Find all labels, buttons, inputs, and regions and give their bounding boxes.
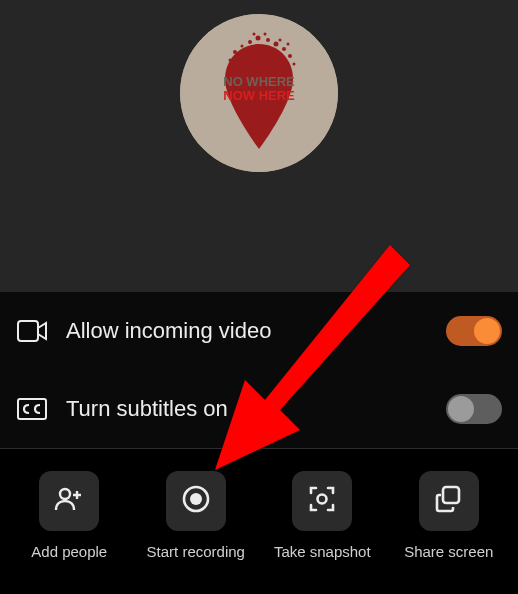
start-recording-label: Start recording	[147, 543, 245, 560]
svg-point-7	[241, 45, 244, 48]
svg-point-5	[282, 47, 286, 51]
action-share-screen: Share screen	[386, 471, 513, 560]
closed-captions-icon	[16, 398, 48, 420]
svg-rect-21	[443, 487, 459, 503]
svg-point-6	[288, 54, 292, 58]
svg-point-2	[256, 36, 261, 41]
svg-point-10	[279, 39, 282, 42]
setting-incoming-video: Allow incoming video	[12, 292, 506, 370]
svg-point-4	[274, 42, 279, 47]
toggle-subtitles[interactable]	[446, 394, 502, 424]
svg-rect-16	[18, 399, 46, 419]
action-take-snapshot: Take snapshot	[259, 471, 386, 560]
avatar-text-bottom: NOW HERE	[223, 88, 295, 103]
settings-panel: Allow incoming video Turn subtitles on	[0, 292, 518, 448]
share-screen-icon	[433, 483, 465, 519]
action-start-recording: Start recording	[133, 471, 260, 560]
setting-label-video: Allow incoming video	[66, 318, 428, 344]
action-add-people: Add people	[6, 471, 133, 560]
svg-point-9	[229, 59, 232, 62]
svg-point-12	[293, 63, 296, 66]
avatar: NO WHERE NOW HERE	[180, 14, 338, 172]
video-preview-area: NO WHERE NOW HERE	[0, 0, 518, 292]
add-people-label: Add people	[31, 543, 107, 560]
svg-point-19	[190, 493, 202, 505]
svg-point-13	[264, 33, 267, 36]
take-snapshot-button[interactable]	[292, 471, 352, 531]
svg-point-14	[253, 33, 256, 36]
avatar-image: NO WHERE NOW HERE	[180, 14, 338, 172]
share-screen-label: Share screen	[404, 543, 493, 560]
take-snapshot-label: Take snapshot	[274, 543, 371, 560]
record-icon	[180, 483, 212, 519]
snapshot-icon	[306, 483, 338, 519]
svg-point-3	[266, 38, 270, 42]
toggle-incoming-video[interactable]	[446, 316, 502, 346]
add-people-button[interactable]	[39, 471, 99, 531]
add-person-icon	[53, 483, 85, 519]
svg-point-17	[60, 489, 70, 499]
action-bar: Add people Start recording	[0, 449, 518, 560]
start-recording-button[interactable]	[166, 471, 226, 531]
svg-point-1	[248, 40, 252, 44]
avatar-text-top: NO WHERE	[223, 74, 295, 89]
video-camera-icon	[16, 320, 48, 342]
svg-point-20	[318, 495, 327, 504]
svg-rect-15	[18, 321, 38, 341]
svg-point-8	[233, 50, 237, 54]
svg-point-11	[287, 43, 290, 46]
setting-label-subtitles: Turn subtitles on	[66, 396, 428, 422]
setting-subtitles: Turn subtitles on	[12, 370, 506, 448]
share-screen-button[interactable]	[419, 471, 479, 531]
